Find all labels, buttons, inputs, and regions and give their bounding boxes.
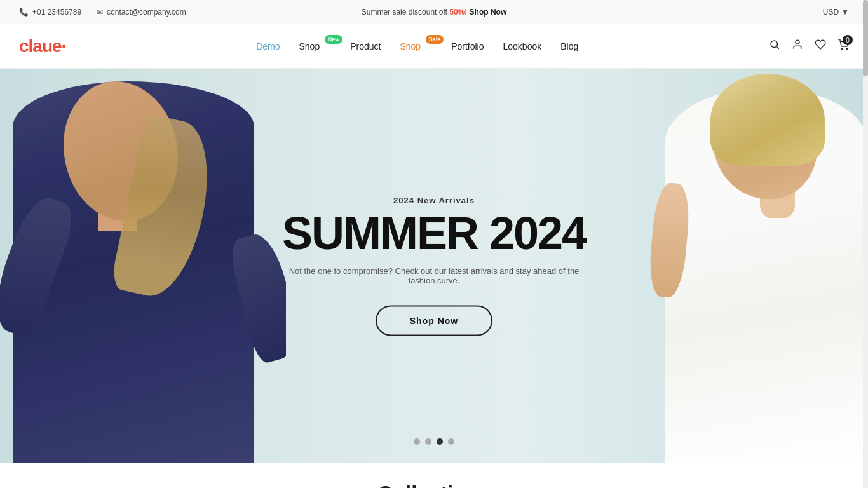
model-right-hair <box>710 74 825 166</box>
svg-line-1 <box>776 46 778 48</box>
user-icon <box>792 39 803 50</box>
search-button[interactable] <box>769 39 780 53</box>
mail-icon: ✉ <box>97 8 103 17</box>
topbar-left: 📞 +01 23456789 ✉ contact@company.com <box>19 8 186 17</box>
cart-count: 0 <box>843 35 853 45</box>
user-button[interactable] <box>792 39 803 53</box>
currency-selector[interactable]: USD ▼ <box>823 8 849 17</box>
hero-description: Not the one to compromise? Check out our… <box>281 266 587 285</box>
heart-icon <box>815 39 826 50</box>
main-nav: Demo Shop New Product Shop Sale Portfoli… <box>256 41 578 51</box>
slider-dot-4[interactable] <box>448 438 454 445</box>
nav-label-portfolio: Portfolio <box>451 41 484 51</box>
nav-item-shop-sale[interactable]: Shop Sale <box>400 41 432 51</box>
site-logo[interactable]: claue· <box>19 36 65 57</box>
scrollbar-track[interactable] <box>863 0 868 488</box>
nav-item-portfolio[interactable]: Portfolio <box>451 41 484 51</box>
email-address: contact@company.com <box>107 8 186 17</box>
promo-discount: 50%! <box>449 8 467 17</box>
currency-label: USD <box>823 8 839 17</box>
nav-label-product: Product <box>350 41 381 51</box>
phone-contact: 📞 +01 23456789 <box>19 8 81 17</box>
topbar: 📞 +01 23456789 ✉ contact@company.com Sum… <box>0 0 868 24</box>
nav-badge-new: New <box>325 35 343 44</box>
slider-dot-3[interactable] <box>437 438 443 445</box>
nav-item-demo[interactable]: Demo <box>256 41 280 51</box>
currency-arrow: ▼ <box>841 8 849 17</box>
hero-section: 2024 New Arrivals SUMMER 2024 Not the on… <box>0 69 868 463</box>
nav-list: Demo Shop New Product Shop Sale Portfoli… <box>256 41 578 51</box>
topbar-promo: Summer sale discount off 50%! Shop Now <box>362 8 507 17</box>
collections-title: Collections <box>377 482 491 488</box>
collections-section: Collections <box>0 463 868 488</box>
promo-text: Summer sale discount off <box>362 8 450 17</box>
svg-point-3 <box>841 48 843 50</box>
svg-point-2 <box>796 40 799 44</box>
svg-point-4 <box>846 48 848 50</box>
wishlist-button[interactable] <box>815 39 826 53</box>
collections-header: Collections <box>0 482 868 488</box>
model-left <box>0 69 286 463</box>
nav-label-lookbook: Lookbook <box>503 41 542 51</box>
nav-label-demo: Demo <box>256 41 280 51</box>
scrollbar-thumb[interactable] <box>863 0 868 76</box>
nav-label-blog: Blog <box>560 41 578 51</box>
model-right <box>646 69 868 463</box>
nav-item-lookbook[interactable]: Lookbook <box>503 41 542 51</box>
logo-dot: · <box>62 36 66 56</box>
slider-dot-2[interactable] <box>425 438 431 445</box>
shop-now-button[interactable]: Shop Now <box>376 306 492 336</box>
search-icon <box>769 39 780 50</box>
svg-point-0 <box>771 41 778 48</box>
phone-number: +01 23456789 <box>32 8 81 17</box>
promo-shop-now-link[interactable]: Shop Now <box>470 8 507 17</box>
logo-text: claue <box>19 36 62 56</box>
hero-subtitle: 2024 New Arrivals <box>281 196 587 205</box>
email-contact: ✉ contact@company.com <box>97 8 186 17</box>
nav-label-shop-sale: Shop <box>400 41 421 51</box>
nav-label-shop-new: Shop <box>299 41 320 51</box>
phone-icon: 📞 <box>19 8 29 17</box>
hero-content: 2024 New Arrivals SUMMER 2024 Not the on… <box>281 196 587 336</box>
cart-button[interactable]: 0 <box>837 39 849 53</box>
slider-dots <box>414 438 454 445</box>
nav-item-blog[interactable]: Blog <box>560 41 578 51</box>
slider-dot-1[interactable] <box>414 438 420 445</box>
nav-item-product[interactable]: Product <box>350 41 381 51</box>
nav-item-shop-new[interactable]: Shop New <box>299 41 331 51</box>
nav-badge-sale: Sale <box>426 35 444 44</box>
header: claue· Demo Shop New Product Shop Sale P… <box>0 24 868 69</box>
hero-title: SUMMER 2024 <box>281 210 587 256</box>
header-icons: 0 <box>769 39 849 53</box>
